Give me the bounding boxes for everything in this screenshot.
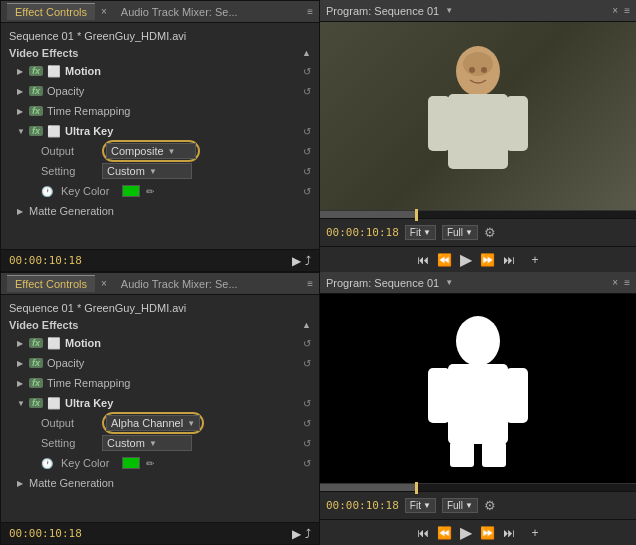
motion-fx-badge-top: fx	[29, 66, 43, 76]
monitor-transport-top: ⏮ ⏪ ▶ ⏩ ⏭ +	[320, 246, 636, 272]
effect-row-motion-top[interactable]: ▶ fx ⬜ Motion ↺	[1, 61, 319, 81]
fit-arrow-bottom: ▼	[423, 501, 431, 510]
setting-reset-bottom[interactable]: ↺	[303, 438, 311, 449]
opacity-reset-top[interactable]: ↺	[303, 86, 311, 97]
fit-dropdown-bottom[interactable]: Fit ▼	[405, 498, 436, 513]
ultrakey-toggle-top[interactable]: ▼	[17, 127, 25, 136]
matte-toggle-bottom[interactable]: ▶	[17, 479, 25, 488]
settings-icon-bottom[interactable]: ⚙	[484, 498, 496, 513]
scrub-progress-top	[320, 211, 415, 218]
fit-dropdown-top[interactable]: Fit ▼	[405, 225, 436, 240]
output-dropdown-arrow-bottom: ▼	[187, 419, 195, 428]
transport-end-top[interactable]: ⏭	[503, 253, 515, 267]
transport-add-bottom[interactable]: +	[531, 526, 538, 540]
setting-reset-top[interactable]: ↺	[303, 166, 311, 177]
keycolor-reset-top[interactable]: ↺	[303, 186, 311, 197]
transport-export-top-left[interactable]: ⤴	[305, 254, 311, 268]
keycolor-swatch-top[interactable]	[122, 185, 140, 197]
monitor-close-bottom[interactable]: ×	[612, 277, 618, 288]
setting-dropdown-bottom[interactable]: Custom ▼	[102, 435, 192, 451]
effect-controls-panel-top: Effect Controls × Audio Track Mixer: Se.…	[0, 0, 320, 272]
keycolor-swatch-bottom[interactable]	[122, 457, 140, 469]
opacity-fx-badge-top: fx	[29, 86, 43, 96]
tab-audio-mixer-bottom[interactable]: Audio Track Mixer: Se...	[113, 276, 246, 292]
ultrakey-label-bottom: Ultra Key	[65, 397, 113, 409]
motion-reset-bottom[interactable]: ↺	[303, 338, 311, 349]
ultrakey-toggle-bottom[interactable]: ▼	[17, 399, 25, 408]
ultrakey-icon-bottom: ⬜	[47, 397, 61, 410]
ultrakey-reset-bottom[interactable]: ↺	[303, 398, 311, 409]
effect-row-opacity-top[interactable]: ▶ fx Opacity ↺	[1, 81, 319, 101]
panel-header-bottom-left: Effect Controls × Audio Track Mixer: Se.…	[1, 273, 319, 295]
full-arrow-top: ▼	[465, 228, 473, 237]
effect-row-matte-bottom[interactable]: ▶ Matte Generation	[1, 473, 319, 493]
output-dropdown-top[interactable]: Composite ▼	[106, 143, 196, 159]
matte-toggle-top[interactable]: ▶	[17, 207, 25, 216]
effect-row-opacity-bottom[interactable]: ▶ fx Opacity ↺	[1, 353, 319, 373]
output-dropdown-bottom[interactable]: Alpha Channel ▼	[106, 415, 200, 431]
motion-toggle-top[interactable]: ▶	[17, 67, 25, 76]
effect-row-motion-bottom[interactable]: ▶ fx ⬜ Motion ↺	[1, 333, 319, 353]
opacity-toggle-top[interactable]: ▶	[17, 87, 25, 96]
transport-play-top[interactable]: ▶	[460, 250, 472, 269]
svg-rect-10	[506, 368, 528, 423]
effect-row-matte-top[interactable]: ▶ Matte Generation	[1, 201, 319, 221]
transport-start-top[interactable]: ⏮	[417, 253, 429, 267]
effect-row-ultrakey-bottom[interactable]: ▼ fx ⬜ Ultra Key ↺	[1, 393, 319, 413]
panel-menu-bottom-left[interactable]: ≡	[307, 278, 313, 289]
time-toggle-top[interactable]: ▶	[17, 107, 25, 116]
sequence-label-top: Sequence 01 * GreenGuy_HDMI.avi	[1, 27, 319, 45]
output-dropdown-highlight-bottom: Alpha Channel ▼	[102, 412, 204, 434]
transport-play-bottom-left[interactable]: ▶	[292, 527, 301, 541]
opacity-reset-bottom[interactable]: ↺	[303, 358, 311, 369]
monitor-title-dropdown-bottom[interactable]: ▼	[445, 278, 453, 287]
output-reset-bottom[interactable]: ↺	[303, 418, 311, 429]
tab-effect-controls-bottom[interactable]: Effect Controls	[7, 275, 95, 292]
opacity-toggle-bottom[interactable]: ▶	[17, 359, 25, 368]
keycolor-reset-bottom[interactable]: ↺	[303, 458, 311, 469]
scrub-bar-top[interactable]	[320, 210, 636, 218]
transport-add-top[interactable]: +	[531, 253, 538, 267]
transport-back-bottom[interactable]: ⏪	[437, 526, 452, 540]
keycolor-eyedropper-top[interactable]: ✏	[146, 186, 154, 197]
full-dropdown-top[interactable]: Full ▼	[442, 225, 478, 240]
transport-forward-bottom[interactable]: ⏩	[480, 526, 495, 540]
setting-property-bottom: Setting Custom ▼ ↺	[1, 433, 319, 453]
setting-dropdown-top[interactable]: Custom ▼	[102, 163, 192, 179]
motion-toggle-bottom[interactable]: ▶	[17, 339, 25, 348]
panel-menu-top-left[interactable]: ≡	[307, 6, 313, 17]
effect-row-ultrakey-top[interactable]: ▼ fx ⬜ Ultra Key ↺	[1, 121, 319, 141]
output-reset-top[interactable]: ↺	[303, 146, 311, 157]
transport-start-bottom[interactable]: ⏮	[417, 526, 429, 540]
ultrakey-reset-top[interactable]: ↺	[303, 126, 311, 137]
transport-forward-top[interactable]: ⏩	[480, 253, 495, 267]
monitor-header-top: Program: Sequence 01 ▼ × ≡	[320, 0, 636, 22]
monitor-title-dropdown-top[interactable]: ▼	[445, 6, 453, 15]
effect-content-top: Sequence 01 * GreenGuy_HDMI.avi Video Ef…	[1, 23, 319, 249]
tab-effect-controls-top[interactable]: Effect Controls	[7, 3, 95, 20]
full-dropdown-bottom[interactable]: Full ▼	[442, 498, 478, 513]
transport-export-bottom-left[interactable]: ⤴	[305, 527, 311, 541]
motion-icon-bottom: ⬜	[47, 337, 61, 350]
time-toggle-bottom[interactable]: ▶	[17, 379, 25, 388]
video-content-bottom	[320, 294, 636, 483]
motion-reset-top[interactable]: ↺	[303, 66, 311, 77]
tab-close-top-left[interactable]: ×	[101, 6, 107, 17]
settings-icon-top[interactable]: ⚙	[484, 225, 496, 240]
output-property-top: Output Composite ▼ ↺	[1, 141, 319, 161]
transport-end-bottom[interactable]: ⏭	[503, 526, 515, 540]
transport-play-top-left[interactable]: ▶	[292, 254, 301, 268]
monitor-menu-top[interactable]: ≡	[624, 5, 630, 16]
keycolor-eyedropper-bottom[interactable]: ✏	[146, 458, 154, 469]
tab-close-bottom-left[interactable]: ×	[101, 278, 107, 289]
scrub-bar-bottom[interactable]	[320, 483, 636, 491]
transport-play-bottom[interactable]: ▶	[460, 523, 472, 542]
keycolor-property-bottom: 🕐 Key Color ✏ ↺	[1, 453, 319, 473]
monitor-close-top[interactable]: ×	[612, 5, 618, 16]
tab-audio-mixer-top[interactable]: Audio Track Mixer: Se...	[113, 4, 246, 20]
effect-row-time-bottom[interactable]: ▶ fx Time Remapping	[1, 373, 319, 393]
monitor-menu-bottom[interactable]: ≡	[624, 277, 630, 288]
output-label-top: Output	[41, 145, 96, 157]
transport-back-top[interactable]: ⏪	[437, 253, 452, 267]
effect-row-time-top[interactable]: ▶ fx Time Remapping	[1, 101, 319, 121]
